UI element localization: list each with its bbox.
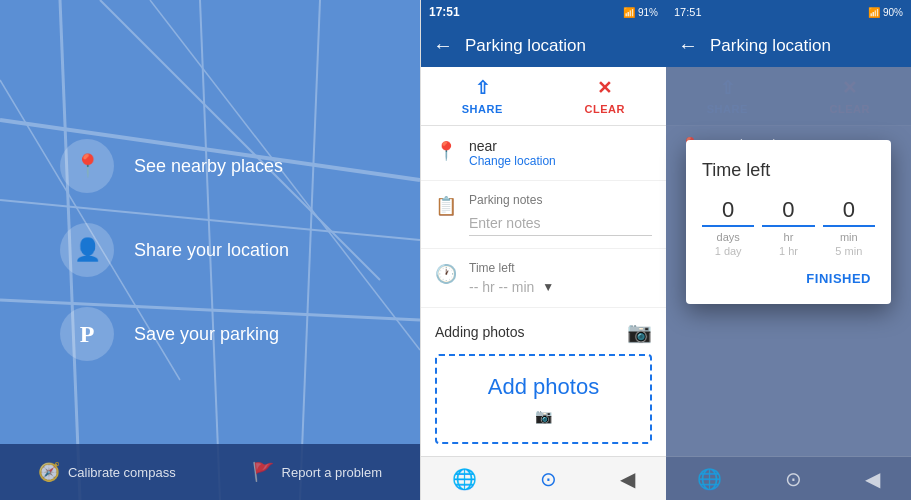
nearby-icon-circle: 📍 <box>60 139 114 193</box>
days-alt: 1 day <box>715 245 742 257</box>
status-bar-panel2: 17:51 📶 91% <box>421 0 666 24</box>
share-button-panel2[interactable]: ⇧ SHARE <box>421 67 544 125</box>
dialog-nav-back-icon[interactable]: ◀ <box>865 467 880 491</box>
days-label: days <box>717 231 740 243</box>
parking-title-panel2: Parking location <box>465 36 586 56</box>
back-button-panel3[interactable]: ← <box>678 34 698 57</box>
notes-icon: 📋 <box>435 195 457 217</box>
nav-back-icon[interactable]: ◀ <box>620 467 635 491</box>
share-clear-bar-panel2: ⇧ SHARE ✕ CLEAR <box>421 67 666 126</box>
minutes-picker: 0 min 5 min <box>823 197 875 257</box>
notes-label: Parking notes <box>469 193 652 207</box>
change-location-link-panel2[interactable]: Change location <box>469 154 652 168</box>
camera-icon[interactable]: 📷 <box>627 320 652 344</box>
nav-circle-icon[interactable]: ⊙ <box>540 467 557 491</box>
status-icons-panel3: 📶 90% <box>868 7 903 18</box>
finished-button[interactable]: FINISHED <box>802 265 875 292</box>
map-bottom-bar: 🧭 Calibrate compass 🚩 Report a problem <box>0 444 420 500</box>
add-photo-label: Add photos <box>488 374 599 400</box>
calibrate-compass-button[interactable]: 🧭 Calibrate compass <box>38 461 176 483</box>
report-label: Report a problem <box>282 465 382 480</box>
dialog-nav-globe-icon[interactable]: 🌐 <box>697 467 722 491</box>
minutes-alt: 5 min <box>835 245 862 257</box>
parking-header-panel3: ← Parking location <box>666 24 911 67</box>
status-bar-panel3: 17:51 📶 90% <box>666 0 911 24</box>
parking-form-panel: 17:51 📶 91% ← Parking location ⇧ SHARE ✕… <box>420 0 666 500</box>
battery-text: 91% <box>638 7 658 18</box>
location-value: near <box>469 138 652 154</box>
status-time-panel2: 17:51 <box>429 5 460 19</box>
dropdown-arrow-icon[interactable]: ▼ <box>542 280 554 294</box>
share-icon: ⇧ <box>475 77 491 99</box>
hours-picker: 0 hr 1 hr <box>762 197 814 257</box>
hours-label: hr <box>784 231 794 243</box>
notes-content: Parking notes <box>469 193 652 236</box>
share-btn-label: SHARE <box>462 103 503 115</box>
location-content: near Change location <box>469 138 652 168</box>
dialog-panel: 17:51 📶 90% ← Parking location ⇧ SHARE ✕… <box>666 0 911 500</box>
share-icon-circle: 👤 <box>60 223 114 277</box>
time-left-label: Time left <box>469 261 652 275</box>
share-label: Share your location <box>134 240 289 261</box>
status-icons-panel2: 📶 91% <box>623 7 658 18</box>
location-icon: 📍 <box>435 140 457 162</box>
calibrate-label: Calibrate compass <box>68 465 176 480</box>
time-pickers: 0 days 1 day 0 hr 1 hr 0 min 5 min <box>702 197 875 257</box>
hours-value[interactable]: 0 <box>762 197 814 227</box>
photos-header: Adding photos 📷 <box>435 320 652 344</box>
dialog-actions: FINISHED <box>702 265 875 292</box>
notes-input[interactable] <box>469 211 652 236</box>
menu-item-parking[interactable]: P Save your parking <box>60 307 279 361</box>
minutes-label: min <box>840 231 858 243</box>
time-content: Time left -- hr -- min ▼ <box>469 261 652 295</box>
photos-title: Adding photos <box>435 324 525 340</box>
menu-item-share[interactable]: 👤 Share your location <box>60 223 289 277</box>
time-left-dialog: Time left 0 days 1 day 0 hr 1 hr 0 min 5… <box>686 140 891 304</box>
signal-icon-p3: 📶 <box>868 7 880 18</box>
parking-label: Save your parking <box>134 324 279 345</box>
parking-header-panel2: ← Parking location <box>421 24 666 67</box>
clear-button-panel2[interactable]: ✕ CLEAR <box>544 67 667 125</box>
clear-icon: ✕ <box>597 77 613 99</box>
form-section-panel2: 📍 near Change location 📋 Parking notes 🕐… <box>421 126 666 456</box>
hours-alt: 1 hr <box>779 245 798 257</box>
camera-add-icon: 📷 <box>535 408 552 424</box>
clear-btn-label: CLEAR <box>585 103 625 115</box>
battery-text-p3: 90% <box>883 7 903 18</box>
parking-title-panel3: Parking location <box>710 36 831 56</box>
back-button-panel2[interactable]: ← <box>433 34 453 57</box>
time-placeholder: -- hr -- min <box>469 279 534 295</box>
time-icon: 🕐 <box>435 263 457 285</box>
status-time-panel3: 17:51 <box>674 6 702 18</box>
location-row-panel2: 📍 near Change location <box>421 126 666 181</box>
photo-drop-area[interactable]: Add photos 📷 <box>435 354 652 444</box>
nearby-label: See nearby places <box>134 156 283 177</box>
report-problem-button[interactable]: 🚩 Report a problem <box>252 461 382 483</box>
minutes-value[interactable]: 0 <box>823 197 875 227</box>
map-panel: 📍 See nearby places 👤 Share your locatio… <box>0 0 420 500</box>
time-row-inner: -- hr -- min ▼ <box>469 279 652 295</box>
menu-item-nearby[interactable]: 📍 See nearby places <box>60 139 283 193</box>
notes-row: 📋 Parking notes <box>421 181 666 249</box>
days-value[interactable]: 0 <box>702 197 754 227</box>
signal-icon: 📶 <box>623 7 635 18</box>
days-picker: 0 days 1 day <box>702 197 754 257</box>
compass-icon: 🧭 <box>38 461 60 483</box>
nav-bottom-panel3: 🌐 ⊙ ◀ <box>666 456 911 500</box>
menu-overlay: 📍 See nearby places 👤 Share your locatio… <box>0 0 420 500</box>
nav-globe-icon[interactable]: 🌐 <box>452 467 477 491</box>
dialog-nav-circle-icon[interactable]: ⊙ <box>785 467 802 491</box>
parking-icon-circle: P <box>60 307 114 361</box>
time-dialog-title: Time left <box>702 160 875 181</box>
time-left-row: 🕐 Time left -- hr -- min ▼ <box>421 249 666 308</box>
photos-section: Adding photos 📷 Add photos 📷 <box>421 308 666 456</box>
nav-bottom-panel2: 🌐 ⊙ ◀ <box>421 456 666 500</box>
report-icon: 🚩 <box>252 461 274 483</box>
